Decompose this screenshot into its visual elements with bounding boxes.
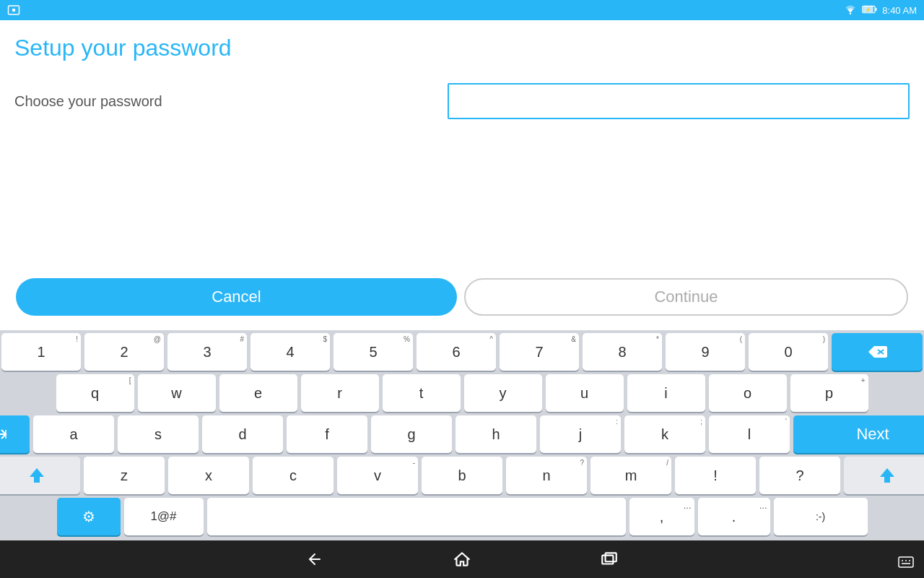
- nav-bar: [0, 540, 924, 578]
- num-switch-key[interactable]: 1@#: [124, 498, 204, 535]
- keyboard-row-numbers: 1! 2@ 3# 4$ 5% 6^ 7& 8* 9( 0): [1, 333, 923, 371]
- key-b[interactable]: b: [422, 457, 502, 494]
- key-8[interactable]: 8*: [583, 333, 662, 371]
- key-k[interactable]: k;: [624, 415, 705, 453]
- main-content: Setup your password Choose your password…: [0, 20, 924, 330]
- key-7[interactable]: 7&: [500, 333, 579, 371]
- back-button[interactable]: [299, 543, 331, 575]
- svg-text:⚡: ⚡: [865, 7, 871, 13]
- svg-point-1: [12, 9, 16, 12]
- key-g[interactable]: g: [371, 415, 452, 453]
- shift-left-key[interactable]: [0, 457, 80, 494]
- next-key[interactable]: Next: [793, 415, 924, 453]
- key-c[interactable]: c: [253, 457, 334, 494]
- status-left: [7, 4, 20, 17]
- keyboard-row-q: q[ w e r t y u i o p+: [1, 374, 923, 412]
- key-6[interactable]: 6^: [417, 333, 496, 371]
- cancel-button[interactable]: Cancel: [16, 278, 457, 316]
- action-buttons: Cancel Continue: [14, 278, 910, 316]
- key-i[interactable]: i: [627, 374, 705, 412]
- key-o[interactable]: o: [709, 374, 787, 412]
- keyboard-row-bottom: ⚙ 1@# ,... .... :-): [1, 498, 923, 535]
- continue-button[interactable]: Continue: [464, 278, 908, 316]
- svg-rect-14: [602, 556, 613, 564]
- svg-rect-4: [875, 7, 876, 11]
- shift-right-key[interactable]: [844, 457, 924, 494]
- key-exclaim[interactable]: !: [675, 457, 756, 494]
- status-bar: ⚡ 8:40 AM: [0, 0, 924, 20]
- key-w[interactable]: w: [138, 374, 216, 412]
- key-r[interactable]: r: [301, 374, 379, 412]
- form-row: Choose your password: [14, 83, 910, 119]
- key-j[interactable]: j:: [540, 415, 621, 453]
- password-label: Choose your password: [14, 93, 162, 110]
- key-u[interactable]: u: [546, 374, 624, 412]
- recents-button[interactable]: [593, 543, 625, 575]
- comma-key[interactable]: ,...: [629, 498, 694, 535]
- keyboard: 1! 2@ 3# 4$ 5% 6^ 7& 8* 9( 0) q[ w e r t…: [0, 330, 924, 540]
- key-m[interactable]: m/: [590, 457, 671, 494]
- key-z[interactable]: z: [84, 457, 165, 494]
- key-n[interactable]: n?: [506, 457, 587, 494]
- key-a[interactable]: a: [33, 415, 114, 453]
- keyboard-indicator-icon: [898, 556, 914, 571]
- tab-key[interactable]: [0, 415, 30, 453]
- svg-marker-13: [880, 468, 894, 483]
- key-1[interactable]: 1!: [1, 333, 81, 371]
- charging-icon: ⚡: [862, 4, 878, 17]
- svg-point-2: [850, 12, 852, 14]
- key-l[interactable]: l': [709, 415, 790, 453]
- key-3[interactable]: 3#: [167, 333, 247, 371]
- keyboard-row-a: a s d f g h j: k; l' Next: [1, 415, 923, 453]
- key-s[interactable]: s: [118, 415, 199, 453]
- key-p[interactable]: p+: [790, 374, 868, 412]
- key-h[interactable]: h: [456, 415, 536, 453]
- key-0[interactable]: 0): [749, 333, 828, 371]
- password-input[interactable]: [448, 83, 910, 119]
- emoji-key[interactable]: :-): [774, 498, 868, 535]
- space-key[interactable]: [207, 498, 626, 535]
- time-display: 8:40 AM: [882, 5, 917, 16]
- key-x[interactable]: x: [168, 457, 249, 494]
- key-4[interactable]: 4$: [250, 333, 330, 371]
- key-5[interactable]: 5%: [334, 333, 413, 371]
- key-f[interactable]: f: [287, 415, 367, 453]
- home-button[interactable]: [446, 543, 478, 575]
- key-d[interactable]: d: [202, 415, 283, 453]
- settings-key[interactable]: ⚙: [57, 498, 121, 535]
- svg-rect-15: [606, 553, 616, 561]
- key-q[interactable]: q[: [56, 374, 134, 412]
- keyboard-row-z: z x c v- b n? m/ ! ?: [1, 457, 923, 494]
- key-y[interactable]: y: [464, 374, 542, 412]
- screenshot-icon: [7, 4, 20, 17]
- key-e[interactable]: e: [219, 374, 297, 412]
- key-9[interactable]: 9(: [666, 333, 745, 371]
- status-right: ⚡ 8:40 AM: [843, 4, 917, 17]
- page-title: Setup your password: [14, 35, 910, 61]
- period-key[interactable]: ....: [698, 498, 770, 535]
- svg-rect-16: [899, 557, 913, 567]
- backspace-key[interactable]: [832, 333, 923, 371]
- key-v[interactable]: v-: [337, 457, 418, 494]
- svg-marker-12: [30, 468, 44, 483]
- key-t[interactable]: t: [383, 374, 461, 412]
- key-question[interactable]: ?: [759, 457, 840, 494]
- key-2[interactable]: 2@: [84, 333, 164, 371]
- wifi-icon: [843, 4, 858, 17]
